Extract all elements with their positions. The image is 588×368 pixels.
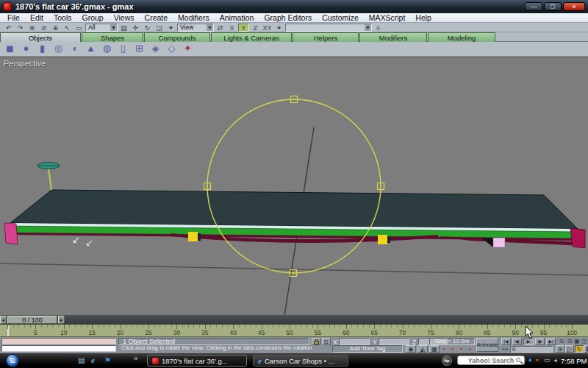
tray-icon-orange[interactable]: ▪	[536, 356, 538, 364]
tray-chevron-icon[interactable]: ‹	[523, 356, 526, 364]
tab-modifiers[interactable]: Modifiers	[359, 32, 427, 42]
manipulate-icon[interactable]: ✦	[165, 24, 176, 32]
axis-xy-button[interactable]: XY	[262, 24, 273, 32]
car-left-end-beam[interactable]	[4, 223, 18, 244]
close-button[interactable]: ×	[563, 2, 585, 11]
set-key-icon[interactable]: ●	[442, 347, 445, 351]
sphere-icon[interactable]: ●	[19, 43, 33, 55]
cylinder-icon[interactable]: ▮	[35, 43, 49, 55]
car-right-end-beam[interactable]	[570, 228, 585, 248]
mirror-icon[interactable]: ⇄	[215, 24, 226, 32]
unlink-selection-icon[interactable]: ⊘	[38, 24, 49, 32]
go-to-start-button[interactable]: |◀	[501, 338, 511, 345]
geosphere-icon[interactable]: ◍	[100, 43, 114, 55]
volume-icon[interactable]: ◄	[553, 358, 558, 363]
ringwave-icon[interactable]: ✦	[181, 43, 195, 55]
select-and-rotate-icon[interactable]: ↻	[142, 24, 153, 32]
tab-modeling[interactable]: Modeling	[428, 32, 495, 42]
go-to-end-button[interactable]: ▶|	[546, 338, 556, 345]
select-and-link-icon[interactable]: ⊗	[26, 24, 37, 32]
tab-compounds[interactable]: Compounds	[144, 32, 210, 42]
time-back-arrow[interactable]: ◂	[0, 316, 7, 324]
time-forward-arrow[interactable]: ▸	[58, 316, 65, 324]
cube-mode-icon[interactable]: ▦	[429, 345, 440, 353]
add-time-tag[interactable]: Add Time Tag	[332, 345, 403, 353]
axis-z-button[interactable]: Z	[250, 24, 261, 32]
schematic-view-icon[interactable]: ≡	[373, 24, 384, 32]
axis-y-button[interactable]: Y	[238, 24, 249, 32]
zoom-extents-icon[interactable]: ▣	[573, 338, 581, 344]
key-mode-icon[interactable]: ●	[451, 347, 454, 351]
zoom-region-icon[interactable]: ◳	[581, 338, 588, 344]
menu-customize[interactable]: Customize	[317, 13, 364, 22]
truck-box-left[interactable]	[188, 232, 198, 241]
animate-button[interactable]: Animate	[476, 338, 498, 352]
menu-file[interactable]: File	[2, 13, 25, 22]
material-editor-icon[interactable]	[384, 24, 395, 32]
menu-graph-editors[interactable]: Graph Editors	[259, 13, 317, 22]
track-bar[interactable]: 5101520253035404550556065707580859095100	[0, 325, 588, 337]
x-coordinate-field[interactable]	[339, 338, 370, 345]
time-config-icon[interactable]: ◭	[417, 345, 428, 353]
quick-launch-overflow[interactable]: »	[134, 354, 138, 362]
maxscript-mini-listener[interactable]	[1, 345, 116, 352]
maximize-button[interactable]: □	[544, 2, 562, 11]
show-desktop-icon[interactable]: ▤	[78, 356, 85, 364]
next-frame-button[interactable]: |▶	[535, 338, 545, 345]
internet-explorer-icon[interactable]: e	[91, 355, 95, 364]
select-and-move-icon[interactable]: ✛	[130, 24, 141, 32]
taskbar-app-gmax[interactable]: 1870's flat car 36'.g...	[147, 355, 247, 367]
menu-modifiers[interactable]: Modifiers	[173, 13, 215, 22]
arc-rotate-icon[interactable]: ↻	[575, 345, 584, 353]
select-and-scale-icon[interactable]: ◲	[154, 24, 165, 32]
min-max-toggle-icon[interactable]: ⊞	[584, 345, 588, 353]
named-selection-dropdown[interactable]: ▼	[285, 24, 372, 32]
cone-icon[interactable]: ▲	[84, 43, 98, 55]
plane-icon[interactable]: ⊞	[132, 43, 146, 55]
zoom-all-icon[interactable]: ⊡	[566, 338, 573, 344]
hedra-icon[interactable]: ◈	[148, 43, 162, 55]
teapot-icon[interactable]: ◖	[68, 43, 82, 55]
quick-launch-icon[interactable]: ⚑	[104, 356, 111, 364]
field-of-view-icon[interactable]: ▷	[565, 345, 574, 353]
tab-helpers[interactable]: Helpers	[293, 32, 359, 42]
hp-tray-icon[interactable]: hp	[442, 355, 452, 366]
snap-toggle-icon[interactable]: ✦	[273, 24, 284, 32]
tab-lights-cameras[interactable]: Lights & Cameras	[211, 32, 292, 42]
menu-edit[interactable]: Edit	[25, 13, 49, 22]
maxscript-mini-listener-macro[interactable]	[1, 338, 116, 344]
menu-animation[interactable]: Animation	[215, 13, 259, 22]
network-icon[interactable]: ▭	[544, 356, 551, 364]
journal-box-pink[interactable]	[493, 238, 505, 247]
key-frame-icon[interactable]: ●	[469, 347, 472, 351]
taskbar-app-browser[interactable]: e Carson Car Shops • ...	[253, 355, 348, 367]
viewport-label[interactable]: Perspective	[4, 59, 46, 68]
car-deck-top[interactable]	[10, 190, 578, 229]
brake-staff[interactable]	[49, 169, 51, 190]
rotate-gizmo[interactable]	[204, 96, 384, 277]
menu-views[interactable]: Views	[109, 13, 140, 22]
tube-icon[interactable]: ▯	[116, 43, 130, 55]
menu-create[interactable]: Create	[140, 13, 173, 22]
select-object-icon[interactable]: ↖	[62, 24, 73, 32]
zoom-icon[interactable]: ⊙	[558, 338, 565, 344]
yahoo-search-input[interactable]	[457, 355, 525, 365]
box-icon[interactable]: ◼	[3, 43, 17, 55]
menu-help[interactable]: Help	[410, 13, 437, 22]
current-frame-field[interactable]	[510, 346, 553, 353]
menu-group[interactable]: Group	[77, 13, 109, 22]
reference-coordinate-dropdown[interactable]: View ▼	[177, 24, 214, 32]
minimize-button[interactable]: —	[525, 2, 542, 11]
rotate-gizmo-circle[interactable]	[207, 99, 381, 273]
undo-icon[interactable]: ↶	[3, 24, 14, 32]
menu-maxscript[interactable]: MAXScript	[364, 13, 411, 22]
axis-x-button[interactable]: X	[226, 24, 237, 32]
y-coordinate-field[interactable]	[379, 338, 409, 345]
time-slider-handle[interactable]: 0 / 100	[7, 316, 57, 324]
previous-frame-button[interactable]: ◀|	[512, 338, 522, 345]
selection-region-icon[interactable]: ▭	[74, 24, 85, 32]
title-bar[interactable]: 1870's flat car 36'.gmax - gmax — □ ×	[0, 0, 588, 13]
select-by-name-icon[interactable]: ▤	[118, 24, 129, 32]
selection-filter-dropdown[interactable]: All ▼	[85, 24, 118, 32]
render-icon[interactable]	[396, 24, 407, 32]
